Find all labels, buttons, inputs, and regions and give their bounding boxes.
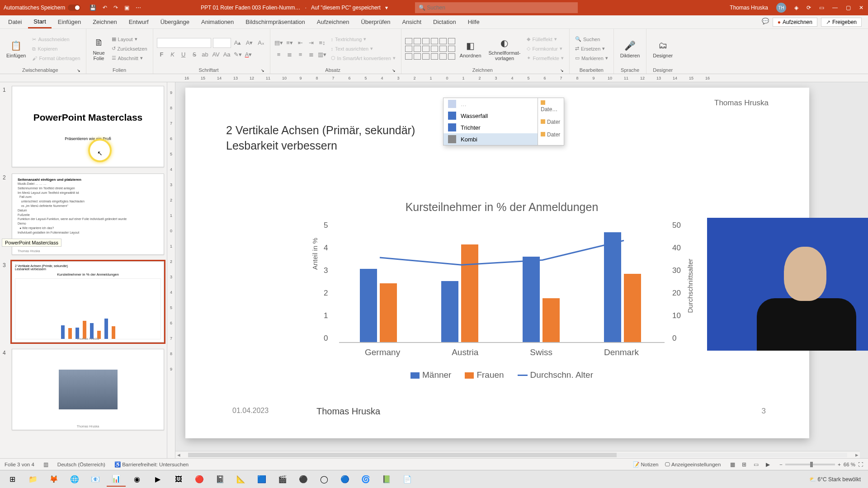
smartart-button[interactable]: ⬡ In SmartArt konvertieren ▾ [329, 54, 397, 62]
format-painter-button[interactable]: 🖌 Format übertragen [30, 55, 82, 62]
reset-button[interactable]: ↺ Zurücksetzen [110, 45, 149, 52]
maximize-icon[interactable]: ▢ [846, 5, 851, 11]
edge-icon[interactable]: 🌀 [356, 472, 375, 487]
layout-button[interactable]: ▦ Layout ▾ [110, 35, 149, 43]
tab-uebergaenge[interactable]: Übergänge [155, 15, 195, 28]
tab-entwurf[interactable]: Entwurf [123, 15, 154, 28]
clipboard-launcher-icon[interactable]: ↘ [77, 68, 82, 74]
coming-soon-icon[interactable]: ◈ [794, 5, 798, 11]
tab-animationen[interactable]: Animationen [196, 15, 239, 28]
bullets-icon[interactable]: ▤▾ [274, 38, 284, 48]
app-icon[interactable]: ◉ [127, 472, 146, 487]
filename[interactable]: PPT 01 Roter Faden 003 Folien-Numm… [201, 5, 301, 11]
popup-hidden-row[interactable]: … [443, 98, 538, 110]
cut-button[interactable]: ✂ Ausschneiden [30, 36, 82, 43]
undo-icon[interactable]: ↶ [103, 5, 107, 11]
chart-type-popup[interactable]: … Wasserfall Trichter Kombi Date… Dater … [443, 98, 564, 145]
fit-icon[interactable]: ⛶ [858, 462, 863, 467]
history-icon[interactable]: ⟳ [807, 5, 811, 11]
vlc-icon[interactable]: ▶ [148, 472, 167, 487]
user-name[interactable]: Thomas Hruska [730, 5, 768, 11]
shapes-gallery[interactable] [405, 38, 455, 60]
app2-icon[interactable]: 🖼 [169, 472, 188, 487]
new-slide-button[interactable]: 🗎 Neue Folie [90, 35, 108, 63]
tab-datei[interactable]: Datei [3, 15, 27, 28]
thumb-slide-1[interactable]: PowerPoint Masterclass Präsentieren wie … [12, 86, 164, 167]
quickstyles-button[interactable]: ◐ Schnellformat- vorlagen [486, 35, 524, 63]
bold-icon[interactable]: F [157, 50, 167, 60]
align-text-button[interactable]: ↕ Text ausrichten ▾ [329, 45, 397, 52]
align-center-icon[interactable]: ≣ [285, 50, 295, 60]
close-icon[interactable]: ✕ [859, 5, 863, 11]
shrink-font-icon[interactable]: A▾ [245, 38, 255, 48]
case-icon[interactable]: Aa [222, 50, 232, 60]
font-family-select[interactable] [157, 38, 211, 48]
display-settings-button[interactable]: 🖵 Anzeigeeinstellungen [665, 462, 721, 467]
columns-icon[interactable]: ▥▾ [317, 50, 327, 60]
redo-icon[interactable]: ↷ [113, 5, 118, 11]
chrome-icon[interactable]: 🌐 [65, 472, 84, 487]
chevron-down-icon[interactable]: ▾ [385, 5, 388, 11]
popup-trichter[interactable]: Trichter [443, 122, 538, 133]
draw-launcher-icon[interactable]: ↘ [560, 68, 566, 74]
view-reading-icon[interactable]: ▭ [750, 460, 761, 469]
slide-panel[interactable]: 1 PowerPoint Masterclass Präsentieren wi… [0, 82, 167, 458]
firefox-icon[interactable]: 🦊 [44, 472, 63, 487]
record-button[interactable]: Aufzeichnen [773, 18, 817, 27]
arrange-button[interactable]: ◧ Anordnen [457, 38, 484, 60]
find-button[interactable]: 🔍 Suchen [573, 35, 610, 43]
underline-icon[interactable]: U [179, 50, 189, 60]
zoom-in-icon[interactable]: + [838, 462, 841, 467]
autosave-toggle[interactable] [68, 5, 80, 11]
app6-icon[interactable]: ◯ [315, 472, 334, 487]
app4-icon[interactable]: 🟦 [252, 472, 271, 487]
outline-button[interactable]: ◇ Formkontur ▾ [525, 45, 566, 52]
text-dir-button[interactable]: ↕ Textrichtung ▾ [329, 35, 397, 43]
indent-inc-icon[interactable]: ⇥ [307, 38, 316, 48]
dictate-button[interactable]: 🎤 Diktieren [618, 38, 642, 60]
slide-count[interactable]: Folie 3 von 4 [5, 462, 34, 467]
language[interactable]: Deutsch (Österreich) [57, 462, 105, 467]
view-slideshow-icon[interactable]: ▶ [762, 460, 773, 469]
italic-icon[interactable]: K [168, 50, 178, 60]
scroll-left-icon[interactable]: ◂ [175, 451, 182, 458]
excel-icon[interactable]: 📗 [377, 472, 396, 487]
tab-zeichnen[interactable]: Zeichnen [87, 15, 122, 28]
highlight-icon[interactable]: ✎▾ [233, 50, 243, 60]
explorer-icon[interactable]: 📁 [24, 472, 42, 487]
more-icon[interactable]: ⋯ [136, 5, 141, 11]
tab-ueberpruefen[interactable]: Überprüfen [355, 15, 396, 28]
thumb-slide-4[interactable]: Thomas Hruska [12, 349, 164, 430]
view-sorter-icon[interactable]: ⊞ [739, 460, 750, 469]
strike-icon[interactable]: S̶ [189, 50, 199, 60]
popup-wasserfall[interactable]: Wasserfall [443, 110, 538, 122]
visio-icon[interactable]: 📐 [231, 472, 250, 487]
grow-font-icon[interactable]: A▴ [233, 38, 243, 48]
app5-icon[interactable]: 🎬 [273, 472, 292, 487]
replace-button[interactable]: ⇄ Ersetzen ▾ [573, 45, 610, 52]
tab-einfuegen[interactable]: Einfügen [52, 15, 86, 28]
comments-icon[interactable]: 💬 [762, 18, 769, 27]
ribbon-mode-icon[interactable]: ▭ [819, 5, 824, 11]
zoom-app-icon[interactable]: 🔵 [335, 472, 354, 487]
font-launcher-icon[interactable]: ↘ [261, 68, 266, 74]
font-size-select[interactable] [213, 38, 231, 48]
notes-button[interactable]: 📝 Notizen [633, 461, 658, 468]
search-box[interactable]: 🔍 [415, 2, 578, 13]
chart[interactable]: Kursteilnehmer in % der Anmeldungen Ante… [303, 201, 701, 381]
para-launcher-icon[interactable]: ↘ [392, 68, 397, 74]
save-status[interactable]: Auf "diesem PC" gespeichert [311, 5, 381, 11]
avatar[interactable]: TH [776, 3, 786, 13]
section-button[interactable]: ☰ Abschnitt ▾ [110, 54, 149, 62]
tab-bildschirm[interactable]: Bildschirmpräsentation [240, 15, 311, 28]
font-color-icon[interactable]: A▾ [244, 50, 254, 60]
powerpoint-icon[interactable]: 📊 [107, 472, 126, 487]
tab-ansicht[interactable]: Ansicht [396, 15, 427, 28]
outlook-icon[interactable]: 📧 [86, 472, 105, 487]
tab-dictation[interactable]: Dictation [428, 15, 462, 28]
indent-dec-icon[interactable]: ⇤ [296, 38, 306, 48]
effects-button[interactable]: ✦ Formeffekte ▾ [525, 54, 566, 62]
designer-button[interactable]: 🗂 Designer [650, 38, 675, 60]
onenote-icon[interactable]: 📓 [211, 472, 230, 487]
minimize-icon[interactable]: — [832, 5, 838, 11]
